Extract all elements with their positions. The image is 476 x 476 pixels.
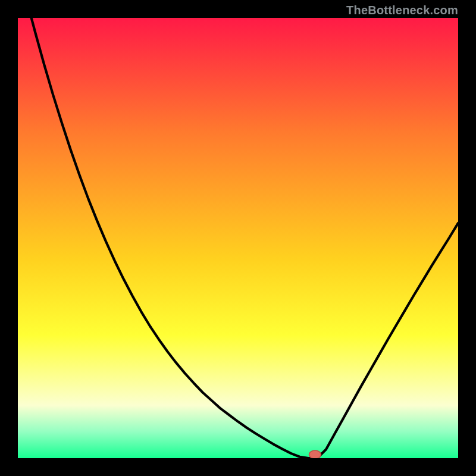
plot-area — [18, 18, 458, 458]
optimal-marker — [309, 450, 321, 458]
chart-svg — [18, 18, 458, 458]
gradient-background — [18, 18, 458, 458]
watermark-text: TheBottleneck.com — [346, 4, 458, 17]
chart-frame: TheBottleneck.com — [0, 0, 476, 476]
